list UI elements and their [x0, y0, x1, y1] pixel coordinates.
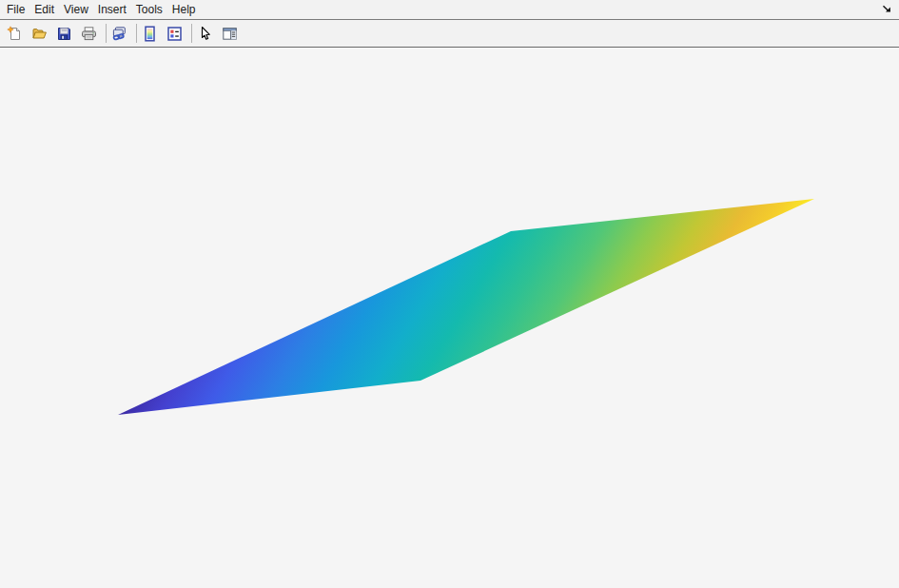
figure-window: File Edit View Insert Tools Help — [0, 0, 899, 588]
new-figure-button[interactable] — [7, 26, 23, 42]
menu-view[interactable]: View — [59, 0, 93, 19]
link-icon — [111, 26, 127, 42]
toolbar — [0, 20, 899, 48]
toolbar-separator — [191, 24, 192, 43]
select-pointer-button[interactable] — [197, 26, 213, 42]
save-icon — [56, 26, 72, 42]
menu-file[interactable]: File — [2, 0, 29, 19]
open-file-icon — [31, 26, 48, 42]
legend-icon — [166, 26, 183, 42]
link-button[interactable] — [111, 26, 127, 42]
panel-icon — [222, 26, 238, 42]
menu-insert[interactable]: Insert — [93, 0, 131, 19]
colorbar-icon — [142, 26, 158, 42]
open-file-button[interactable] — [31, 26, 48, 42]
panel-toggle-button[interactable] — [222, 26, 238, 42]
surface-patch — [118, 199, 814, 415]
pointer-icon — [197, 26, 213, 42]
colorbar-toggle-button[interactable] — [142, 26, 158, 42]
print-icon — [81, 26, 97, 42]
surface-plot — [0, 48, 899, 587]
se-arrow-icon — [882, 3, 892, 13]
menu-tools[interactable]: Tools — [131, 0, 167, 19]
menu-help[interactable]: Help — [167, 0, 201, 19]
legend-toggle-button[interactable] — [166, 26, 183, 42]
toolbar-separator — [106, 24, 107, 43]
menu-bar: File Edit View Insert Tools Help — [0, 0, 899, 20]
print-button[interactable] — [81, 26, 97, 42]
menu-edit[interactable]: Edit — [29, 0, 59, 19]
new-figure-icon — [7, 26, 23, 42]
figure-canvas[interactable] — [0, 48, 899, 588]
toolbar-separator — [136, 24, 137, 43]
save-button[interactable] — [56, 26, 72, 42]
